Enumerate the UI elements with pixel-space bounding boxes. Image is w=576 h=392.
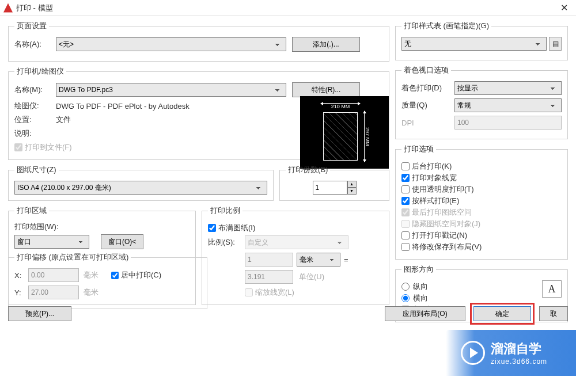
titlebar: 打印 - 模型 ✕ bbox=[0, 0, 576, 16]
cancel-button[interactable]: 取 bbox=[539, 306, 568, 321]
page-setup-name-select[interactable]: <无> bbox=[56, 37, 286, 51]
dpi-label: DPI bbox=[401, 119, 454, 127]
watermark-url: zixue.3d66.com bbox=[491, 357, 547, 366]
paper-preview-icon: 210 MM 297 MM bbox=[300, 96, 389, 169]
landscape-radio[interactable] bbox=[401, 294, 410, 302]
copies-input[interactable] bbox=[313, 181, 347, 195]
y-label: Y: bbox=[14, 288, 28, 297]
desc-label: 说明: bbox=[14, 128, 56, 139]
location-value: 文件 bbox=[56, 115, 71, 125]
plotter-value: DWG To PDF - PDF ePlot - by Autodesk bbox=[56, 102, 190, 111]
print-scale-legend: 打印比例 bbox=[208, 205, 242, 216]
page-setup-legend: 页面设置 bbox=[14, 21, 49, 31]
plot-style-group: 打印样式表 (画笔指定)(G) 无 ▤ bbox=[395, 21, 568, 60]
printer-name-select[interactable]: DWG To PDF.pc3 bbox=[56, 83, 286, 97]
apply-to-layout-button[interactable]: 应用到布局(O) bbox=[385, 306, 465, 321]
print-range-select[interactable]: 窗口 bbox=[14, 235, 89, 249]
location-label: 位置: bbox=[14, 115, 56, 125]
by-style-checkbox[interactable] bbox=[401, 197, 410, 205]
ok-button[interactable]: 确定 bbox=[473, 306, 531, 321]
paper-size-legend: 图纸尺寸(Z) bbox=[14, 165, 59, 175]
watermark-brand: 溜溜自学 bbox=[491, 340, 547, 357]
paper-size-group: 图纸尺寸(Z) ISO A4 (210.00 x 297.00 毫米) bbox=[8, 165, 274, 201]
save-layout-label: 将修改保存到布局(V) bbox=[412, 242, 482, 252]
transparency-checkbox[interactable] bbox=[401, 185, 410, 193]
x-unit: 毫米 bbox=[79, 270, 103, 280]
app-icon bbox=[3, 3, 13, 13]
print-offset-group: 打印偏移 (原点设置在可打印区域) X: 毫米 居中打印(C) Y: 毫米 bbox=[8, 252, 207, 309]
portrait-label: 纵向 bbox=[413, 281, 428, 292]
print-options-group: 打印选项 后台打印(K) 打印对象线宽 使用透明度打印(T) 按样式打印(E) … bbox=[395, 144, 568, 260]
shade-label: 着色打印(D) bbox=[401, 83, 454, 93]
printer-group: 打印机/绘图仪 名称(M): DWG To PDF.pc3 特性(R)... 绘… bbox=[8, 66, 389, 160]
background-checkbox[interactable] bbox=[401, 162, 410, 170]
center-label: 居中打印(C) bbox=[119, 270, 161, 280]
copies-down-button[interactable]: ▼ bbox=[347, 188, 357, 195]
center-checkbox[interactable] bbox=[111, 272, 119, 279]
preview-button[interactable]: 预览(P)... bbox=[8, 306, 71, 321]
portrait-radio[interactable] bbox=[401, 283, 410, 291]
units-label: 单位(U) bbox=[299, 272, 324, 282]
print-offset-legend: 打印偏移 (原点设置在可打印区域) bbox=[14, 252, 131, 262]
lineweights-checkbox[interactable] bbox=[401, 174, 410, 182]
scale-select: 自定义 bbox=[245, 235, 348, 249]
window-button[interactable]: 窗口(O)< bbox=[101, 234, 143, 249]
save-layout-checkbox[interactable] bbox=[401, 243, 410, 251]
orientation-legend: 图形方向 bbox=[401, 264, 436, 275]
shaded-viewport-group: 着色视口选项 着色打印(D) 按显示 质量(Q) 常规 DPI bbox=[395, 65, 568, 139]
scale-label: 比例(S): bbox=[208, 237, 245, 248]
plot-style-edit-icon[interactable]: ▤ bbox=[549, 37, 562, 51]
paperspace-last-checkbox bbox=[401, 208, 410, 216]
print-area-legend: 打印区域 bbox=[14, 205, 49, 216]
by-style-label: 按样式打印(E) bbox=[412, 196, 459, 206]
add-button[interactable]: 添加(.)... bbox=[292, 37, 360, 52]
page-setup-name-label: 名称(A): bbox=[14, 39, 56, 50]
plot-stamp-checkbox[interactable] bbox=[401, 231, 410, 239]
orientation-glyph-icon: A bbox=[542, 280, 562, 298]
printer-legend: 打印机/绘图仪 bbox=[14, 66, 66, 77]
properties-button[interactable]: 特性(R)... bbox=[292, 82, 360, 97]
scale-lineweights-label: 缩放线宽(L) bbox=[255, 287, 294, 298]
hide-paperspace-checkbox bbox=[401, 220, 410, 228]
watermark-overlay: 溜溜自学 zixue.3d66.com bbox=[446, 330, 576, 376]
scale-lineweights-checkbox bbox=[245, 288, 253, 296]
print-to-file-label: 打印到文件(F) bbox=[25, 142, 72, 153]
paper-size-select[interactable]: ISO A4 (210.00 x 297.00 毫米) bbox=[14, 181, 267, 195]
shaded-legend: 着色视口选项 bbox=[401, 65, 451, 75]
copies-legend: 打印份数(B) bbox=[286, 165, 330, 175]
lineweights-label: 打印对象线宽 bbox=[412, 173, 457, 183]
hide-paperspace-label: 隐藏图纸空间对象(J) bbox=[412, 219, 480, 229]
drawing-units-input bbox=[245, 270, 293, 284]
plot-stamp-label: 打开打印戳记(N) bbox=[412, 230, 467, 241]
plot-style-select[interactable]: 无 bbox=[401, 37, 547, 51]
plot-style-legend: 打印样式表 (画笔指定)(G) bbox=[401, 21, 491, 31]
close-button[interactable]: ✕ bbox=[556, 2, 573, 13]
unit-select[interactable]: 毫米 bbox=[297, 253, 340, 267]
print-to-file-checkbox bbox=[14, 143, 22, 151]
equals-label: = bbox=[340, 256, 352, 264]
page-setup-group: 页面设置 名称(A): <无> 添加(.)... bbox=[8, 21, 389, 62]
print-options-legend: 打印选项 bbox=[401, 144, 436, 154]
plotter-label: 绘图仪: bbox=[14, 101, 56, 111]
y-input bbox=[28, 286, 79, 299]
ok-highlight-box: 确定 bbox=[470, 303, 535, 325]
fit-to-paper-checkbox[interactable] bbox=[208, 224, 216, 232]
print-range-label: 打印范围(W): bbox=[14, 222, 190, 232]
background-label: 后台打印(K) bbox=[412, 161, 452, 172]
copies-up-button[interactable]: ▲ bbox=[347, 181, 357, 188]
landscape-label: 横向 bbox=[413, 293, 428, 303]
dim-right-label: 297 MM bbox=[365, 127, 370, 146]
shade-select[interactable]: 按显示 bbox=[454, 81, 562, 95]
x-label: X: bbox=[14, 271, 28, 280]
y-unit: 毫米 bbox=[79, 287, 103, 298]
transparency-label: 使用透明度打印(T) bbox=[412, 184, 474, 195]
copies-group: 打印份数(B) ▲ ▼ bbox=[279, 165, 389, 201]
quality-select[interactable]: 常规 bbox=[454, 98, 562, 112]
play-icon bbox=[461, 341, 485, 365]
print-scale-group: 打印比例 布满图纸(I) 比例(S): 自定义 bbox=[202, 205, 389, 305]
quality-label: 质量(Q) bbox=[401, 100, 454, 111]
unit-value-input bbox=[245, 253, 293, 267]
dim-top-label: 210 MM bbox=[331, 104, 350, 109]
printer-name-label: 名称(M): bbox=[14, 85, 56, 95]
dpi-input bbox=[454, 116, 562, 130]
